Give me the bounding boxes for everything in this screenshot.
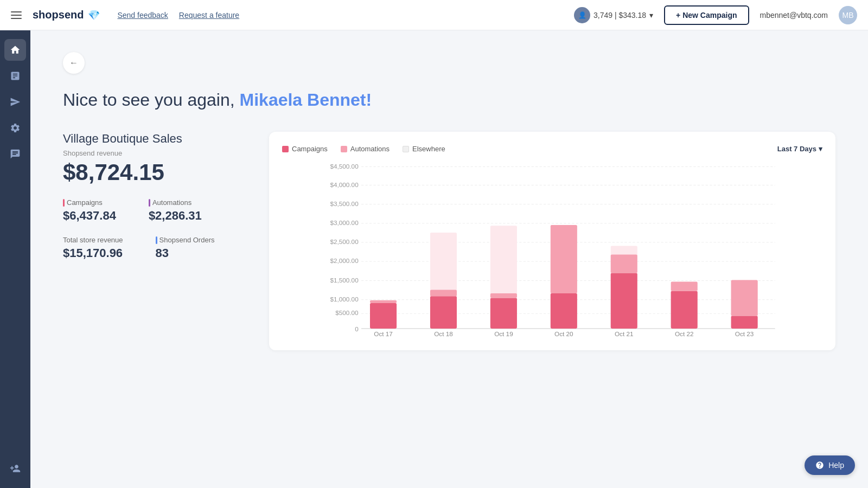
logo-text: shopsend <box>33 9 84 21</box>
svg-text:$2,000.00: $2,000.00 <box>330 257 359 264</box>
legend-automations-label: Automations <box>350 145 390 153</box>
svg-text:$4,500.00: $4,500.00 <box>330 164 359 170</box>
bar-oct18-automation <box>430 290 457 297</box>
send-feedback-link[interactable]: Send feedback <box>117 11 168 20</box>
chart-filter-dropdown[interactable]: Last 7 Days ▾ <box>777 145 822 153</box>
greeting: Nice to see you again, Mikaela Bennet! <box>63 90 835 110</box>
svg-text:$4,000.00: $4,000.00 <box>330 181 359 188</box>
topnav: shopsend 💎 Send feedback Request a featu… <box>0 0 868 30</box>
sidebar <box>0 30 30 488</box>
total-revenue-stat: Total store revenue $15,170.96 <box>63 236 123 260</box>
bar-oct20-automation <box>551 225 577 293</box>
chart-area: $4,500.00 $4,000.00 $3,500.00 $3,000.00 … <box>282 164 822 337</box>
bar-oct23-automation <box>731 280 758 316</box>
stats-row-1: Campaigns $6,437.84 Automations $2,286.3… <box>63 198 247 223</box>
chart-filter-label: Last 7 Days <box>777 145 816 153</box>
sidebar-item-contacts[interactable] <box>4 458 26 479</box>
svg-text:$3,000.00: $3,000.00 <box>330 219 359 226</box>
stats-panel: Village Boutique Sales Shopsend revenue … <box>63 132 247 350</box>
bar-oct19-automation <box>490 293 517 298</box>
legend-campaigns-dot <box>282 146 289 152</box>
svg-text:Oct 18: Oct 18 <box>434 330 453 337</box>
user-avatar[interactable]: MB <box>839 6 857 24</box>
chart-filter-chevron-icon: ▾ <box>819 145 822 153</box>
logo: shopsend 💎 <box>33 9 100 21</box>
chart-svg: $4,500.00 $4,000.00 $3,500.00 $3,000.00 … <box>282 164 822 337</box>
bar-oct19-campaign <box>490 298 517 329</box>
stats-row-2: Total store revenue $15,170.96 Shopsend … <box>63 236 247 260</box>
main-content: ← Nice to see you again, Mikaela Bennet!… <box>30 30 868 488</box>
hamburger-menu[interactable] <box>11 11 22 19</box>
credits-dropdown-icon[interactable]: ▾ <box>649 11 653 20</box>
total-revenue-label: Total store revenue <box>63 236 123 244</box>
legend-automations-dot <box>341 146 347 152</box>
credits-display[interactable]: 👤 3,749 | $343.18 ▾ <box>574 7 653 23</box>
total-revenue-value: $15,170.96 <box>63 246 123 260</box>
svg-text:Oct 23: Oct 23 <box>735 330 754 337</box>
shopsend-orders-label: Shopsend Orders <box>156 236 215 244</box>
svg-text:Oct 22: Oct 22 <box>675 330 694 337</box>
help-label: Help <box>828 461 844 470</box>
logo-gem-icon: 💎 <box>88 9 100 21</box>
svg-text:$500.00: $500.00 <box>335 309 359 316</box>
shopsend-orders-value: 83 <box>156 246 215 260</box>
svg-text:0: 0 <box>355 325 359 332</box>
bar-oct22-campaign <box>671 291 698 329</box>
greeting-name: Mikaela Bennet! <box>240 90 372 110</box>
legend-campaigns: Campaigns <box>282 145 328 153</box>
svg-text:$2,500.00: $2,500.00 <box>330 238 359 245</box>
campaigns-value: $6,437.84 <box>63 209 116 223</box>
automations-bar-indicator <box>149 199 150 207</box>
legend-elsewhere-label: Elsewhere <box>412 145 445 153</box>
campaigns-stat: Campaigns $6,437.84 <box>63 198 116 223</box>
svg-text:Oct 21: Oct 21 <box>615 330 634 337</box>
credits-value: 3,749 | $343.18 <box>593 11 646 20</box>
shopsend-orders-bar-indicator <box>156 236 157 244</box>
bar-oct23-campaign <box>731 316 758 329</box>
legend-elsewhere-dot <box>403 146 409 152</box>
shopsend-revenue-label: Shopsend revenue <box>63 149 247 157</box>
greeting-prefix: Nice to see you again, <box>63 90 240 110</box>
bar-oct21-automation <box>611 254 637 273</box>
help-button[interactable]: Help <box>805 455 855 475</box>
sidebar-item-campaigns[interactable] <box>4 91 26 113</box>
back-button[interactable]: ← <box>63 52 85 74</box>
bar-oct18-campaign <box>430 296 457 329</box>
shopsend-orders-stat: Shopsend Orders 83 <box>156 236 215 260</box>
request-feature-link[interactable]: Request a feature <box>179 11 239 20</box>
store-title: Village Boutique Sales <box>63 132 247 146</box>
bar-oct17-automation <box>370 300 397 303</box>
shopsend-revenue-value: $8,724.15 <box>63 159 247 185</box>
chart-panel: Campaigns Automations Elsewhere Last 7 D… <box>269 132 835 350</box>
bar-oct21-campaign <box>611 273 637 329</box>
user-email: mbennet@vbtq.com <box>760 11 828 20</box>
svg-text:$3,500.00: $3,500.00 <box>330 200 359 207</box>
legend-elsewhere: Elsewhere <box>403 145 445 153</box>
automations-stat: Automations $2,286.31 <box>149 198 202 223</box>
bar-oct22-automation <box>671 282 698 291</box>
sidebar-item-analytics[interactable] <box>4 65 26 87</box>
svg-text:Oct 17: Oct 17 <box>374 330 393 337</box>
bar-oct20-campaign <box>551 293 577 329</box>
svg-text:$1,500.00: $1,500.00 <box>330 277 359 284</box>
svg-text:Oct 20: Oct 20 <box>554 330 573 337</box>
dashboard-row: Village Boutique Sales Shopsend revenue … <box>63 132 835 350</box>
sidebar-item-settings[interactable] <box>4 117 26 139</box>
legend-automations: Automations <box>341 145 390 153</box>
bar-oct17-campaign <box>370 303 397 329</box>
campaigns-bar-indicator <box>63 199 65 207</box>
new-campaign-button[interactable]: + New Campaign <box>664 5 749 25</box>
sidebar-item-home[interactable] <box>4 39 26 61</box>
chart-header: Campaigns Automations Elsewhere Last 7 D… <box>282 145 822 153</box>
sidebar-item-messages[interactable] <box>4 143 26 165</box>
automations-label: Automations <box>149 198 202 207</box>
automations-value: $2,286.31 <box>149 209 202 223</box>
svg-text:$1,000.00: $1,000.00 <box>330 296 359 303</box>
campaigns-label: Campaigns <box>63 198 116 207</box>
svg-text:Oct 19: Oct 19 <box>494 330 513 337</box>
help-icon <box>815 461 824 470</box>
credits-icon: 👤 <box>574 7 590 23</box>
new-campaign-label: + New Campaign <box>676 11 737 20</box>
legend-campaigns-label: Campaigns <box>292 145 328 153</box>
